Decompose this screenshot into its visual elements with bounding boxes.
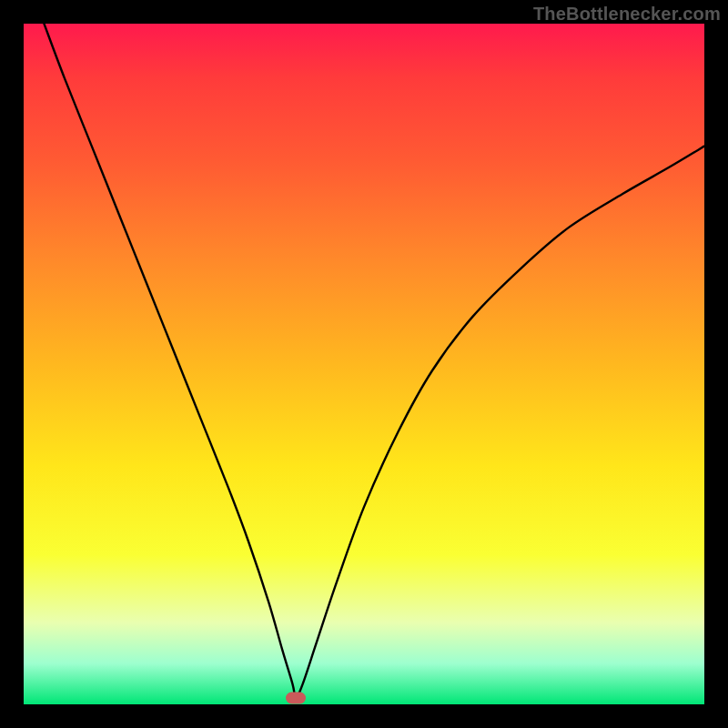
plot-area bbox=[24, 24, 704, 704]
vertex-marker bbox=[286, 692, 306, 703]
chart-frame: TheBottlenecker.com bbox=[0, 0, 728, 728]
watermark-text: TheBottlenecker.com bbox=[533, 4, 721, 25]
